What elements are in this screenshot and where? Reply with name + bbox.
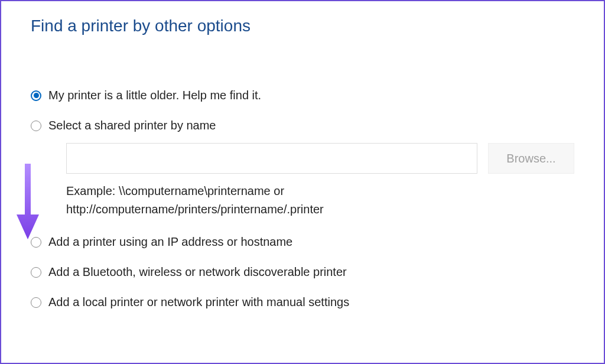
radio-shared-printer[interactable] [31, 121, 41, 131]
browse-button[interactable]: Browse... [488, 143, 574, 174]
shared-printer-example-text: Example: \\computername\printername or h… [66, 182, 480, 219]
shared-printer-subsection: Browse... Example: \\computername\printe… [66, 143, 574, 219]
radio-local-manual[interactable] [31, 297, 41, 308]
option-older-printer[interactable]: My printer is a little older. Help me fi… [31, 89, 574, 102]
radio-ip-address[interactable] [31, 237, 41, 248]
option-label-local: Add a local printer or network printer w… [48, 295, 349, 309]
option-label-shared: Select a shared printer by name [48, 119, 216, 132]
shared-printer-name-input[interactable] [66, 143, 477, 174]
option-ip-address[interactable]: Add a printer using an IP address or hos… [31, 235, 574, 249]
option-label-ip: Add a printer using an IP address or hos… [48, 235, 292, 249]
radio-bluetooth[interactable] [31, 267, 41, 278]
option-label-bluetooth: Add a Bluetooth, wireless or network dis… [48, 265, 347, 279]
page-title: Find a printer by other options [31, 17, 574, 35]
option-shared-printer[interactable]: Select a shared printer by name [31, 119, 574, 132]
option-local-manual[interactable]: Add a local printer or network printer w… [31, 295, 574, 309]
option-label-older: My printer is a little older. Help me fi… [48, 89, 261, 102]
add-printer-wizard: Find a printer by other options My print… [1, 1, 604, 343]
shared-printer-input-row: Browse... [66, 143, 574, 174]
option-bluetooth[interactable]: Add a Bluetooth, wireless or network dis… [31, 265, 574, 279]
radio-older-printer[interactable] [31, 90, 41, 101]
